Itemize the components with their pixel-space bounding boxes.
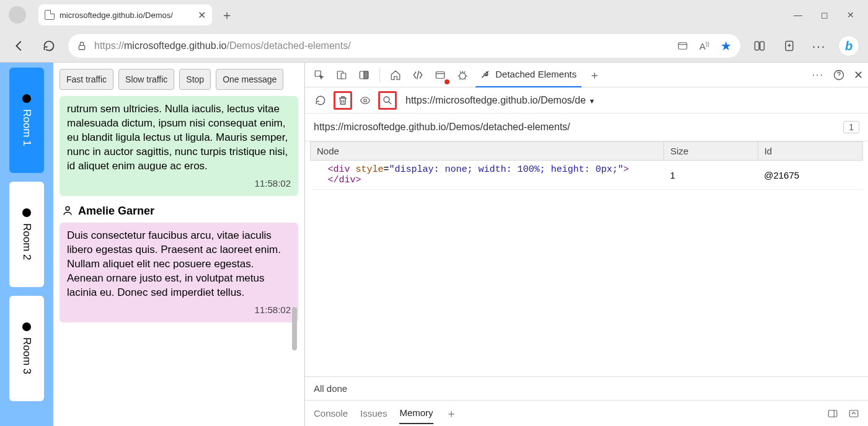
- message-text: Duis consectetur faucibus arcu, vitae ia…: [67, 229, 281, 298]
- help-icon[interactable]: [833, 69, 845, 81]
- inspect-element-icon[interactable]: [310, 66, 329, 84]
- browser-titlebar: microsoftedge.github.io/Demos/ ✕ ＋ — ◻ ✕: [0, 0, 868, 30]
- console-drawer-tab[interactable]: Console: [314, 408, 348, 419]
- analyze-icon[interactable]: [378, 91, 397, 110]
- room-label: Room 1: [20, 109, 33, 146]
- favorite-icon[interactable]: ★: [720, 38, 732, 53]
- address-bar[interactable]: https://microsoftedge.github.io/Demos/de…: [68, 34, 740, 58]
- refresh-detached-icon[interactable]: [311, 91, 330, 110]
- svg-rect-0: [79, 45, 84, 50]
- person-icon: [62, 205, 73, 216]
- element-count-badge: 1: [843, 121, 859, 133]
- unplug-icon: [480, 69, 492, 80]
- url-text: https://microsoftedge.github.io/Demos/de…: [94, 40, 351, 51]
- add-drawer-tab-icon[interactable]: ＋: [446, 406, 457, 421]
- app-icon[interactable]: [677, 40, 688, 51]
- room-list: Room 1 Room 2 Room 3: [0, 63, 53, 426]
- devtools-drawer: Console Issues Memory ＋: [305, 400, 868, 426]
- size-cell: 1: [664, 161, 758, 190]
- svg-rect-17: [849, 410, 858, 417]
- svg-rect-2: [755, 42, 760, 50]
- close-window-icon[interactable]: ✕: [847, 10, 854, 20]
- browser-toolbar: https://microsoftedge.github.io/Demos/de…: [0, 30, 868, 62]
- devtools-tabstrip: Detached Elements ＋ ··· ✕: [305, 63, 868, 87]
- svg-rect-10: [364, 71, 368, 79]
- eye-icon[interactable]: [356, 91, 374, 110]
- issues-drawer-tab[interactable]: Issues: [360, 408, 387, 419]
- room-1-tab[interactable]: Room 1: [9, 68, 44, 173]
- sender-name: Amelie Garner: [78, 205, 154, 218]
- new-tab-button[interactable]: ＋: [221, 7, 233, 24]
- add-tab-button[interactable]: ＋: [585, 66, 604, 84]
- demo-app: Room 1 Room 2 Room 3 Fast traffic Slow t…: [0, 63, 305, 426]
- frame-selector[interactable]: https://microsoftedge.github.io/Demos/de…: [401, 95, 595, 106]
- traffic-controls: Fast traffic Slow traffic Stop One messa…: [60, 69, 298, 90]
- chat-pane: Fast traffic Slow traffic Stop One messa…: [53, 63, 304, 426]
- svg-point-5: [66, 207, 69, 211]
- expand-drawer-icon[interactable]: [848, 408, 859, 419]
- frame-header: https://microsoftedge.github.io/Demos/de…: [305, 113, 868, 141]
- dock-side-icon[interactable]: [827, 408, 838, 419]
- welcome-tab-icon[interactable]: [386, 66, 405, 84]
- svg-rect-11: [436, 71, 445, 78]
- scrollbar-thumb[interactable]: [292, 307, 297, 350]
- collect-garbage-icon[interactable]: [334, 91, 352, 110]
- table-row[interactable]: <div style="display: none; width: 100%; …: [311, 161, 863, 190]
- collections-icon[interactable]: [779, 35, 800, 56]
- devtools-panel: Detached Elements ＋ ··· ✕ http: [305, 63, 868, 426]
- memory-drawer-tab[interactable]: Memory: [399, 407, 433, 424]
- panel-layout-icon[interactable]: [355, 66, 373, 84]
- svg-rect-1: [678, 43, 687, 50]
- device-toolbar-icon[interactable]: [332, 66, 351, 84]
- node-cell: <div style="display: none; width: 100%; …: [311, 161, 664, 190]
- detached-toolbar: https://microsoftedge.github.io/Demos/de…: [305, 87, 868, 113]
- room-2-tab[interactable]: Room 2: [9, 182, 44, 287]
- page-icon: [45, 10, 55, 20]
- fast-traffic-button[interactable]: Fast traffic: [60, 69, 113, 90]
- status-text: All done: [305, 376, 868, 400]
- elements-tab-icon[interactable]: [409, 66, 427, 84]
- one-message-button[interactable]: One message: [216, 69, 283, 90]
- room-label: Room 3: [20, 337, 33, 375]
- col-node[interactable]: Node: [311, 142, 664, 161]
- sources-tab-icon[interactable]: [453, 66, 472, 84]
- svg-point-14: [364, 99, 367, 102]
- room-3-tab[interactable]: Room 3: [9, 296, 44, 401]
- stop-button[interactable]: Stop: [179, 69, 211, 90]
- frame-url-text: https://microsoftedge.github.io/Demos/de…: [314, 122, 570, 133]
- more-menu-icon[interactable]: ···: [808, 35, 830, 56]
- status-dot-icon: [22, 322, 31, 331]
- message-time: 11:58:02: [67, 304, 291, 316]
- slow-traffic-button[interactable]: Slow traffic: [118, 69, 174, 90]
- read-aloud-icon[interactable]: A)): [699, 41, 709, 51]
- svg-rect-8: [341, 73, 346, 79]
- message-time: 11:58:02: [67, 177, 291, 190]
- close-devtools-icon[interactable]: ✕: [854, 68, 863, 82]
- room-label: Room 2: [20, 223, 33, 260]
- message-text: rutrum sem ultricies. Nulla iaculis, lec…: [67, 103, 288, 172]
- chat-message: rutrum sem ultricies. Nulla iaculis, lec…: [60, 96, 298, 196]
- back-button[interactable]: [9, 35, 30, 56]
- detached-elements-tab[interactable]: Detached Elements: [476, 63, 582, 87]
- devtools-more-icon[interactable]: ···: [812, 69, 824, 81]
- chat-message: Duis consectetur faucibus arcu, vitae ia…: [60, 223, 298, 322]
- browser-tab[interactable]: microsoftedge.github.io/Demos/ ✕: [38, 4, 212, 25]
- message-list[interactable]: rutrum sem ultricies. Nulla iaculis, lec…: [60, 96, 298, 426]
- bing-button[interactable]: b: [838, 35, 859, 56]
- message-sender: Amelie Garner: [62, 205, 298, 218]
- col-id[interactable]: Id: [758, 142, 862, 161]
- window-controls: — ◻ ✕: [794, 10, 863, 20]
- close-tab-icon[interactable]: ✕: [198, 9, 206, 21]
- profile-avatar[interactable]: [9, 6, 26, 24]
- id-cell: @21675: [758, 161, 862, 190]
- refresh-button[interactable]: [38, 35, 60, 56]
- split-screen-icon[interactable]: [749, 35, 770, 56]
- detached-elements-table: Node Size Id <div style="display: none; …: [310, 141, 863, 190]
- network-tab-icon[interactable]: [431, 66, 450, 84]
- col-size[interactable]: Size: [664, 142, 758, 161]
- tab-label: Detached Elements: [495, 69, 577, 79]
- minimize-icon[interactable]: —: [794, 10, 802, 20]
- maximize-icon[interactable]: ◻: [821, 10, 828, 20]
- tab-title: microsoftedge.github.io/Demos/: [60, 11, 193, 20]
- status-dot-icon: [22, 94, 31, 103]
